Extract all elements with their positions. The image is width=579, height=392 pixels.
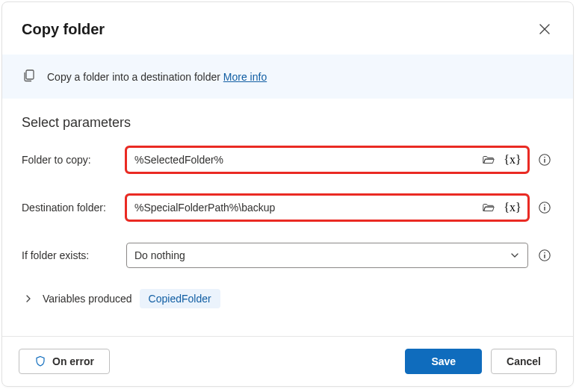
browse-folder-button[interactable] [478, 149, 499, 170]
section-title: Select parameters [22, 115, 554, 131]
banner-desc: Copy a folder into a destination folder [47, 71, 223, 83]
value-destination-folder: %SpecialFolderPath%\backup [134, 202, 478, 214]
variable-icon: {x} [504, 153, 521, 167]
shield-icon [34, 355, 46, 367]
row-destination-folder: Destination folder: %SpecialFolderPath%\… [22, 195, 554, 220]
label-folder-to-copy: Folder to copy: [22, 154, 126, 166]
save-button[interactable]: Save [405, 349, 482, 374]
expand-variables-button[interactable] [22, 294, 35, 303]
on-error-button[interactable]: On error [19, 349, 110, 374]
on-error-label: On error [52, 355, 94, 367]
insert-variable-button-dest[interactable]: {x} [502, 197, 523, 218]
cancel-button[interactable]: Cancel [491, 349, 557, 374]
svg-rect-0 [26, 70, 34, 79]
variable-tag-copiedfolder[interactable]: CopiedFolder [140, 289, 220, 308]
svg-rect-6 [544, 207, 545, 211]
chevron-down-icon [510, 250, 520, 261]
svg-point-2 [544, 157, 545, 158]
svg-rect-9 [544, 255, 545, 258]
select-if-folder-exists[interactable]: Do nothing [126, 243, 528, 268]
input-folder-to-copy[interactable]: %SelectedFolder% {x} [126, 147, 528, 172]
folder-open-icon [482, 153, 495, 167]
dialog-footer: On error Save Cancel [2, 336, 573, 386]
info-button-if-folder-exists[interactable] [536, 246, 554, 264]
svg-point-8 [544, 252, 545, 254]
variables-produced-row: Variables produced CopiedFolder [22, 289, 554, 308]
value-if-folder-exists: Do nothing [134, 249, 185, 261]
dialog-body: Select parameters Folder to copy: %Selec… [2, 99, 573, 336]
variables-produced-label: Variables produced [43, 293, 132, 305]
folder-open-icon [482, 201, 495, 214]
banner-text: Copy a folder into a destination folder … [47, 71, 267, 83]
info-icon [538, 153, 551, 167]
variable-icon: {x} [504, 201, 521, 214]
chevron-right-icon [24, 294, 33, 303]
more-info-link[interactable]: More info [223, 71, 267, 83]
info-banner: Copy a folder into a destination folder … [2, 55, 573, 99]
info-button-destination-folder[interactable] [536, 199, 554, 217]
row-if-folder-exists: If folder exists: Do nothing [22, 243, 554, 268]
dialog-header: Copy folder [2, 2, 573, 55]
svg-rect-3 [544, 159, 545, 163]
copy-folder-icon [22, 68, 37, 85]
info-icon [538, 201, 551, 214]
cancel-label: Cancel [507, 355, 541, 367]
value-folder-to-copy: %SelectedFolder% [134, 154, 478, 166]
info-button-folder-to-copy[interactable] [536, 151, 554, 169]
label-destination-folder: Destination folder: [22, 202, 126, 214]
insert-variable-button[interactable]: {x} [502, 149, 523, 170]
svg-point-5 [544, 205, 545, 206]
label-if-folder-exists: If folder exists: [22, 249, 126, 261]
close-button[interactable] [533, 17, 557, 41]
dialog-title: Copy folder [22, 21, 105, 38]
info-icon [538, 249, 551, 262]
save-label: Save [431, 355, 456, 367]
input-destination-folder[interactable]: %SpecialFolderPath%\backup {x} [126, 195, 528, 220]
close-icon [539, 24, 550, 34]
copy-folder-dialog: Copy folder Copy a folder into a destina… [1, 1, 574, 387]
browse-folder-button-dest[interactable] [478, 197, 499, 218]
row-folder-to-copy: Folder to copy: %SelectedFolder% {x} [22, 147, 554, 172]
